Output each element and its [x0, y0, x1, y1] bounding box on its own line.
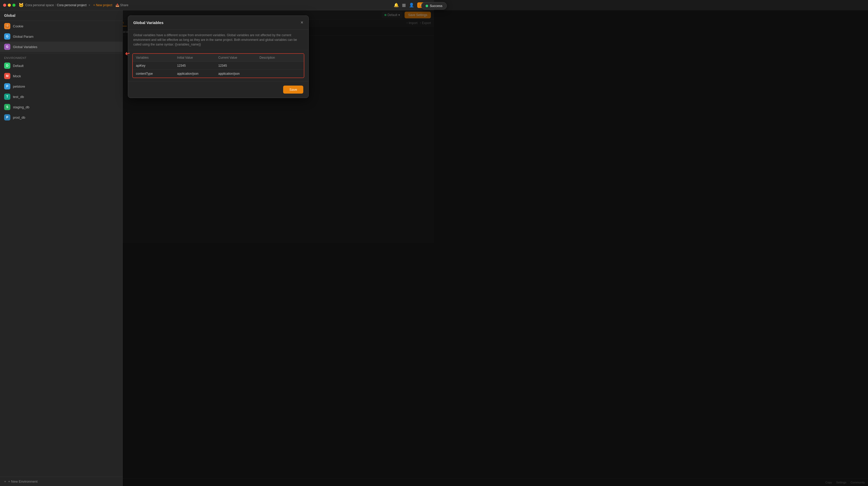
breadcrumb-separator: /: [55, 3, 56, 7]
env-item-cookie[interactable]: 🍪 Cookie: [0, 21, 122, 31]
layout-icon[interactable]: ▦: [402, 3, 406, 7]
env-icon-p: P: [4, 83, 10, 89]
dialog-title: Global Variables: [133, 21, 163, 25]
variables-table: Variables Initial Value Current Value De…: [132, 53, 304, 78]
env-item-label-cookie: Cookie: [13, 24, 23, 28]
global-variables-dialog: Global Variables × Global variables have…: [128, 16, 309, 98]
env-panel-title: Global: [0, 10, 122, 21]
overlay-backdrop: Global 🍪 Cookie G Global Param G Global …: [0, 10, 434, 243]
env-divider: [0, 53, 122, 53]
dialog-header: Global Variables ×: [128, 16, 308, 30]
cell-variable-name[interactable]: contentType: [136, 72, 177, 76]
cell-initial-value[interactable]: 12345: [177, 64, 219, 67]
col-variables: Variables: [136, 56, 177, 59]
env-item-prod-db[interactable]: P prod_db: [0, 112, 122, 122]
maximize-button[interactable]: [12, 4, 16, 7]
env-item-label-petstore: petstore: [13, 85, 25, 88]
global-param-icon: G: [4, 33, 10, 39]
project-name: Cora personal project: [57, 3, 87, 7]
breadcrumb: Cora personal space / Cora personal proj…: [25, 3, 90, 7]
app-logo-icon: 🐱: [19, 3, 24, 7]
share-button[interactable]: 📤 Share: [116, 3, 128, 7]
env-item-mock[interactable]: M Mock: [0, 71, 122, 81]
env-item-test-db[interactable]: T test_db: [0, 91, 122, 102]
env-item-label-staging-db: staging_db: [13, 105, 29, 109]
table-header: Variables Initial Value Current Value De…: [133, 54, 304, 61]
dialog-close-button[interactable]: ×: [301, 20, 303, 25]
global-vars-icon: G: [4, 44, 10, 50]
close-button[interactable]: [3, 4, 6, 7]
cell-current-value[interactable]: 12345: [218, 64, 259, 67]
cell-current-value[interactable]: application/json: [218, 72, 259, 76]
dialog-area: Global Variables × Global variables have…: [123, 10, 434, 243]
env-item-label-test-db: test_db: [13, 95, 24, 99]
env-item-global-param[interactable]: G Global Param: [0, 31, 122, 41]
env-icon-s: S: [4, 104, 10, 110]
toast-message: Success: [430, 4, 434, 8]
titlebar: 🐱 Cora personal space / Cora personal pr…: [0, 0, 434, 10]
success-toast: Success: [421, 2, 434, 9]
cookie-icon: 🍪: [4, 23, 10, 29]
dialog-footer: Save: [128, 81, 308, 98]
env-item-petstore[interactable]: P petstore: [0, 81, 122, 91]
env-item-default[interactable]: D Default: [0, 60, 122, 71]
cell-initial-value[interactable]: application/json: [177, 72, 219, 76]
col-description: Description: [259, 56, 301, 59]
avatar-icon[interactable]: 👤: [409, 3, 414, 7]
env-item-label-default: Default: [13, 64, 24, 68]
cell-description[interactable]: [259, 72, 301, 76]
workspace-name: Cora personal space: [25, 3, 54, 7]
minimize-button[interactable]: [8, 4, 11, 7]
table-row: apiKey 12345 12345: [133, 61, 304, 69]
env-item-label-global-variables: Global Variables: [13, 45, 37, 49]
cell-description[interactable]: [259, 64, 301, 67]
success-icon: [426, 5, 428, 7]
bell-icon[interactable]: 🔔: [394, 3, 399, 7]
dialog-description: Global variables have a different scope …: [128, 30, 308, 50]
env-icon-m: M: [4, 73, 10, 79]
traffic-lights: [3, 4, 16, 7]
table-row: contentType application/json application…: [133, 69, 304, 78]
env-icon-t: T: [4, 93, 10, 100]
env-item-label-prod-db: prod_db: [13, 116, 25, 119]
col-initial-value: Initial Value: [177, 56, 219, 59]
env-section-label: Environment: [0, 54, 122, 60]
env-item-global-variables[interactable]: G Global Variables: [0, 41, 122, 52]
env-item-staging-db[interactable]: S staging_db: [0, 102, 122, 112]
cell-variable-name[interactable]: apiKey: [136, 64, 177, 67]
save-button[interactable]: Save: [283, 86, 303, 93]
env-item-label-mock: Mock: [13, 74, 21, 78]
env-item-label-global-param: Global Param: [13, 35, 33, 38]
env-panel: Global 🍪 Cookie G Global Param G Global …: [0, 10, 123, 243]
col-current-value: Current Value: [218, 56, 259, 59]
env-icon-d: D: [4, 62, 10, 69]
new-project-button[interactable]: + New project: [93, 3, 113, 7]
env-icon-pp: P: [4, 114, 10, 120]
